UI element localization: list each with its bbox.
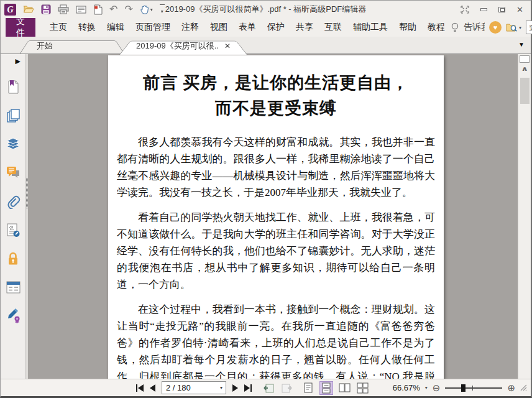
security-icon[interactable] xyxy=(6,251,20,266)
menu-convert[interactable]: 转换 xyxy=(73,19,101,35)
doc-heading-line2: 而不是更受束缚 xyxy=(117,96,435,121)
zoom-in-button[interactable]: ⊕ xyxy=(507,382,515,394)
menu-organize[interactable]: 页面管理 xyxy=(130,19,176,35)
main-area: ▶ xyxy=(1,54,531,379)
zoom-controls: 66.67% ▾ ⊖ ⊕ xyxy=(393,382,527,394)
vertical-scrollbar[interactable]: ∧ xyxy=(518,54,531,379)
page-navigation: ▾ xyxy=(136,381,369,395)
document-view[interactable]: 前言 买房，是让你的生活更自由， 而不是更受束缚 很多人都羡慕我有今天这样的财富… xyxy=(28,54,518,379)
heart-icon[interactable]: ♥ xyxy=(489,21,502,34)
undo-icon[interactable]: ↶ xyxy=(109,4,117,14)
page-number-input[interactable] xyxy=(162,383,211,392)
layers-icon[interactable] xyxy=(5,136,21,152)
scroll-up-icon[interactable]: ∧ xyxy=(521,65,528,72)
attachments-icon[interactable] xyxy=(6,193,21,209)
find-input[interactable] xyxy=(526,23,532,32)
menu-share[interactable]: 共享 xyxy=(290,19,319,35)
find-search-box[interactable] xyxy=(526,21,532,34)
scrollbar-top-button[interactable] xyxy=(520,55,530,63)
menu-connect[interactable]: 互联 xyxy=(319,19,347,35)
single-page-view-button[interactable] xyxy=(301,381,315,395)
hand-tool-dropdown-caret[interactable]: ▾ xyxy=(150,7,153,12)
scrollbar-thumb[interactable] xyxy=(520,78,530,104)
next-page-button[interactable] xyxy=(232,384,238,392)
email-icon[interactable] xyxy=(76,5,86,14)
digital-signatures-icon[interactable] xyxy=(6,222,21,238)
pdf-page[interactable]: 前言 买房，是让你的生活更自由， 而不是更受束缚 很多人都羡慕我有今天这样的财富… xyxy=(108,55,444,379)
menu-comment[interactable]: 注释 xyxy=(176,19,204,35)
statusbar: ▾ xyxy=(1,379,531,396)
menu-form[interactable]: 表单 xyxy=(233,19,262,35)
continuous-view-button[interactable] xyxy=(319,381,333,395)
bookmarks-icon[interactable] xyxy=(6,79,20,95)
document-tabbar: 开始 2019-09《买房可以很... ✕ ▼ xyxy=(1,37,531,54)
zoom-level[interactable]: 66.67% xyxy=(393,383,420,392)
maximize-button[interactable] xyxy=(498,7,505,12)
form-fields-icon[interactable] xyxy=(6,279,21,295)
zoom-slider-thumb[interactable] xyxy=(461,384,466,392)
tab-document[interactable]: 2019-09《买房可以很... ✕ xyxy=(125,38,242,53)
menubar: 文件 主页 转换 编辑 页面管理 注释 视图 表单 保护 共享 互联 辅助工具 … xyxy=(1,18,531,37)
doc-paragraph: 看着自己的同学热火朝天地找工作、就业、上班，我很着急，可不知道该做什么。于是我向… xyxy=(117,209,435,293)
previous-page-button[interactable] xyxy=(150,384,155,392)
scan-document-icon[interactable] xyxy=(93,4,103,15)
zoom-out-button[interactable]: ⊖ xyxy=(433,382,441,394)
tab-start[interactable]: 开始 xyxy=(25,38,119,53)
close-button[interactable]: ✕ xyxy=(516,5,523,14)
zoom-dropdown-caret[interactable]: ▾ xyxy=(425,385,428,391)
resize-grip-icon[interactable] xyxy=(520,384,527,391)
last-page-button[interactable] xyxy=(244,384,252,392)
menu-edit[interactable]: 编辑 xyxy=(101,19,130,35)
menu-home[interactable]: 主页 xyxy=(44,19,73,35)
view-mode-buttons xyxy=(301,381,369,395)
expand-panel-icon[interactable]: ▶ xyxy=(16,57,21,65)
page-number-box[interactable]: ▾ xyxy=(162,381,226,394)
navigation-panel-strip: ▶ xyxy=(1,54,25,379)
tab-overflow-icon[interactable]: ▼ xyxy=(518,41,525,48)
folder-search-icon xyxy=(506,22,518,32)
hand-icon xyxy=(140,4,149,14)
doc-heading-line1: 前言 买房，是让你的生活更自由， xyxy=(117,70,435,96)
facing-view-button[interactable] xyxy=(337,381,351,395)
menubar-right-tools: 告诉我 ♥ ▾ ⚙ ▾ ◁ ▶ xyxy=(451,20,532,35)
doc-paragraph: 在这个过程中，我看到一本书，接触到一个概念：理财规划。这让当时“走投无路”的我眼… xyxy=(117,301,435,379)
redo-icon[interactable]: ↷ xyxy=(124,4,132,14)
hand-tool-button[interactable]: ▾ xyxy=(140,4,153,14)
minimize-button[interactable] xyxy=(480,8,487,11)
previous-view-button[interactable] xyxy=(263,382,275,393)
app-window: 2019-09《买房可以很简单》.pdf * - 福昕高级PDF编辑器 G ↶ … xyxy=(0,0,532,398)
menu-help[interactable]: 帮助 xyxy=(393,19,422,35)
search-folder-button[interactable]: ▾ xyxy=(506,22,521,32)
print-icon[interactable] xyxy=(58,4,69,14)
menu-view[interactable]: 视图 xyxy=(204,19,233,35)
foxit-logo-icon[interactable]: G xyxy=(4,4,16,16)
save-icon[interactable] xyxy=(41,4,51,14)
menu-protect[interactable]: 保护 xyxy=(262,19,290,35)
comments-icon[interactable] xyxy=(6,165,21,180)
page-dropdown-caret[interactable]: ▾ xyxy=(220,385,222,391)
menu-accessibility[interactable]: 辅助工具 xyxy=(347,19,393,35)
doc-paragraph: 很多人都羡慕我有今天这样的财富和成就。其实，我也并非一直都有清晰的人生规划的。跟… xyxy=(117,134,435,201)
doc-body: 很多人都羡慕我有今天这样的财富和成就。其实，我也并非一直都有清晰的人生规划的。跟… xyxy=(117,134,435,379)
page-thumbnails-icon[interactable] xyxy=(6,108,21,123)
window-controls: ✕ xyxy=(461,5,527,14)
next-view-button xyxy=(281,382,293,393)
titlebar: 2019-09《买房可以很简单》.pdf * - 福昕高级PDF编辑器 G ↶ … xyxy=(1,1,531,18)
continuous-facing-view-button[interactable] xyxy=(355,381,369,395)
customize-quick-access-button[interactable]: ▾ xyxy=(160,4,165,15)
lightbulb-icon xyxy=(451,22,459,33)
open-file-icon[interactable] xyxy=(23,4,34,14)
zoom-slider[interactable] xyxy=(445,384,502,392)
toggle-reading-mode-icon[interactable] xyxy=(461,6,469,14)
tab-close-icon[interactable]: ✕ xyxy=(224,42,231,50)
tell-me-label[interactable]: 告诉我 xyxy=(464,22,485,33)
menu-tutorial[interactable]: 教程 xyxy=(422,19,451,35)
quick-access-toolbar: G ↶ ↷ ▾ ▾ xyxy=(4,4,165,16)
first-page-button[interactable] xyxy=(136,384,144,392)
signature-icon[interactable] xyxy=(6,308,21,323)
